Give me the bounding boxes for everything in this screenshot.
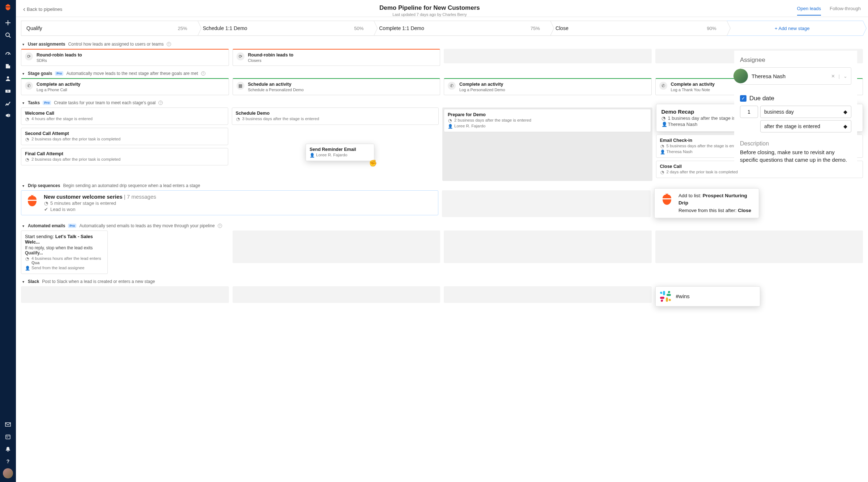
- help-icon[interactable]: ?: [167, 42, 171, 46]
- phone-icon: ✆: [659, 82, 667, 90]
- mail-icon[interactable]: [0, 419, 16, 430]
- svg-text:$: $: [7, 90, 9, 92]
- phone-icon: ✆: [448, 82, 456, 90]
- clock-icon: ◔: [25, 256, 29, 261]
- detail-panel: Assignee Theresa Nash ✕|⌄ ✓ Due date bus…: [734, 51, 857, 169]
- clock-icon: ◔: [25, 157, 29, 162]
- dashboard-icon[interactable]: [0, 48, 16, 59]
- calendar-icon[interactable]: [0, 431, 16, 442]
- section-slack[interactable]: Slack Post to Slack when a lead is creat…: [16, 277, 868, 286]
- back-link[interactable]: Back to pipelines: [23, 4, 62, 12]
- assignment-card[interactable]: ⟳ Round-robin leads toSDRs: [21, 49, 229, 66]
- drip-card[interactable]: Add to list: Prospect Nurturing Drip Rem…: [654, 188, 759, 218]
- svg-point-1: [7, 76, 9, 79]
- grab-cursor-icon: ✊: [369, 159, 377, 167]
- empty-slot[interactable]: [21, 286, 229, 303]
- stage-close[interactable]: Close90%: [550, 21, 727, 36]
- tab-open-leads[interactable]: Open leads: [797, 6, 821, 16]
- clock-icon: ◔: [236, 117, 240, 122]
- assignment-card[interactable]: ⟳ Round-robin leads toClosers: [233, 49, 441, 66]
- assignee-label: Assignee: [740, 56, 851, 64]
- empty-slot[interactable]: [444, 231, 652, 263]
- empty-slot[interactable]: [444, 286, 652, 303]
- slack-channel: #wins: [676, 293, 690, 299]
- sidebar-nav: $ ?: [0, 0, 16, 482]
- deals-icon[interactable]: $: [0, 85, 16, 96]
- chevron-down-icon: [22, 279, 25, 284]
- bell-icon[interactable]: [0, 444, 16, 454]
- assignee-avatar: [733, 69, 748, 83]
- page-title: Demo Pipeline for New Customers: [62, 4, 797, 12]
- section-emails[interactable]: Automated emails Pro Automatically send …: [16, 221, 868, 231]
- plus-icon[interactable]: [0, 17, 16, 28]
- chevron-down-icon: [22, 100, 25, 105]
- due-number-input[interactable]: [740, 106, 758, 118]
- chevron-down-icon: [22, 223, 25, 228]
- stage-header-row: Qualify25% Schedule 1:1 Demo50% Complete…: [16, 17, 868, 39]
- stage-complete[interactable]: Complete 1:1 Demo75%: [374, 21, 550, 36]
- empty-slot[interactable]: [233, 286, 441, 303]
- empty-slot[interactable]: [233, 231, 441, 263]
- help-icon[interactable]: ?: [0, 456, 16, 467]
- person-icon: 👤: [448, 124, 452, 129]
- description-label: Description: [740, 140, 851, 147]
- task-drop-zone[interactable]: Prepare for Demo◔2 business days after t…: [442, 107, 652, 181]
- help-icon[interactable]: ?: [201, 71, 205, 76]
- person-icon: 👤: [660, 149, 664, 155]
- person-icon[interactable]: [0, 73, 16, 84]
- slack-icon: [660, 291, 671, 302]
- page-header: Back to pipelines Demo Pipeline for New …: [16, 0, 868, 17]
- pro-badge: Pro: [43, 101, 51, 105]
- section-user-assignments[interactable]: User assignments Control how leads are a…: [16, 39, 868, 49]
- due-date-label: Due date: [749, 95, 774, 102]
- search-icon[interactable]: [0, 30, 16, 41]
- tab-follow-through[interactable]: Follow-through: [830, 6, 861, 16]
- sort-icon: ◆: [843, 123, 847, 129]
- pro-badge: Pro: [55, 71, 63, 76]
- due-unit-select[interactable]: business day◆: [760, 106, 851, 118]
- due-relative-select[interactable]: after the stage is entered◆: [760, 120, 851, 132]
- task-card[interactable]: Schedule Demo◔3 business days after the …: [232, 107, 439, 125]
- chevron-down-icon: [22, 71, 25, 76]
- task-card-dragging[interactable]: Send Reminder Email 👤Loree R. Fajardo ✊: [306, 144, 374, 161]
- user-avatar[interactable]: [3, 468, 13, 478]
- clock-icon: ◔: [25, 137, 29, 142]
- megaphone-icon[interactable]: [0, 110, 16, 121]
- app-logo-icon[interactable]: [4, 4, 12, 11]
- clock-icon: ◔: [25, 117, 29, 122]
- drip-card[interactable]: New customer welcome series | 7 messages…: [21, 190, 438, 215]
- task-card[interactable]: Second Call Attempt◔2 business days afte…: [21, 128, 228, 145]
- svg-point-0: [6, 33, 9, 37]
- clock-icon: ◔: [448, 118, 452, 123]
- svg-rect-4: [5, 423, 10, 426]
- add-stage-button[interactable]: + Add new stage: [727, 21, 863, 36]
- task-card[interactable]: Prepare for Demo◔2 business days after t…: [444, 109, 651, 132]
- clock-icon: ◔: [44, 200, 48, 206]
- goal-card[interactable]: ▦Schedule an activitySchedule a Personal…: [233, 78, 441, 95]
- task-card[interactable]: Welcome Call◔4 hours after the stage is …: [21, 107, 228, 125]
- stage-schedule[interactable]: Schedule 1:1 Demo50%: [197, 21, 374, 36]
- clock-icon: ◔: [660, 170, 664, 175]
- help-icon[interactable]: ?: [218, 224, 222, 228]
- help-icon[interactable]: ?: [158, 101, 163, 105]
- due-date-checkbox[interactable]: ✓: [740, 95, 746, 102]
- slack-card[interactable]: #wins: [655, 286, 760, 306]
- reports-icon[interactable]: [0, 98, 16, 109]
- chevron-down-icon[interactable]: ⌄: [843, 73, 847, 79]
- company-icon[interactable]: [0, 61, 16, 72]
- goal-card[interactable]: ✆Complete an activityLog a Personalized …: [444, 78, 652, 95]
- task-card[interactable]: Final Call Attempt◔2 business days after…: [21, 148, 228, 165]
- stage-qualify[interactable]: Qualify25%: [21, 21, 198, 36]
- clear-icon[interactable]: ✕: [831, 73, 835, 79]
- empty-slot[interactable]: [442, 190, 651, 217]
- empty-slot[interactable]: [655, 231, 863, 263]
- goal-card[interactable]: ✆Complete an activityLog a Phone Call: [21, 78, 229, 95]
- person-icon: 👤: [661, 122, 666, 127]
- assignee-select[interactable]: Theresa Nash ✕|⌄: [740, 67, 851, 85]
- clock-icon: ◔: [661, 115, 666, 121]
- empty-slot[interactable]: [444, 49, 652, 63]
- email-card[interactable]: Start sending: Let's Talk - Sales Welc..…: [21, 231, 108, 274]
- person-icon: 👤: [310, 153, 314, 158]
- sort-icon: ◆: [843, 109, 847, 115]
- description-text[interactable]: Before closing, make sure to revisit any…: [740, 148, 851, 164]
